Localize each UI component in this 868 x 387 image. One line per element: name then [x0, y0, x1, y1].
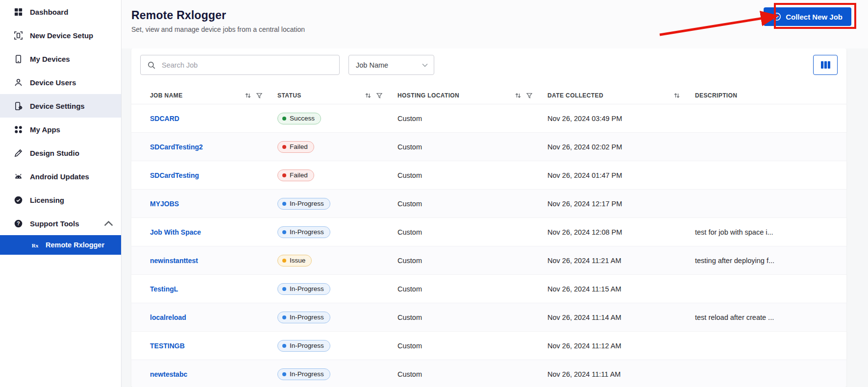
table-row[interactable]: TESTINGB In-Progress Custom Nov 26, 2024…: [131, 332, 846, 360]
circled-plus-icon: [772, 12, 781, 21]
hosting-location-cell: Custom: [397, 314, 547, 321]
sidebar-subitem-label: Remote Rxlogger: [46, 241, 104, 249]
table-row[interactable]: SDCARD Success Custom Nov 26, 2024 03:49…: [131, 104, 846, 133]
job-name-link[interactable]: newinstanttest: [150, 257, 198, 265]
status-label: Issue: [290, 257, 305, 264]
sidebar-item-label: Design Studio: [30, 149, 79, 157]
column-header-date-collected[interactable]: DATE COLLECTED: [547, 92, 695, 99]
status-label: In-Progress: [290, 228, 324, 236]
status-label: In-Progress: [290, 342, 324, 349]
sidebar-item-device-settings[interactable]: Device Settings: [0, 94, 121, 118]
search-icon: [147, 61, 156, 70]
status-label: Failed: [290, 171, 308, 179]
column-header-hosting-location[interactable]: HOSTING LOCATION: [397, 92, 547, 99]
job-name-link[interactable]: Job With Space: [150, 228, 201, 236]
user-icon: [14, 78, 23, 87]
description-cell: testing after deploying f...: [695, 257, 828, 265]
job-name-link[interactable]: MYJOBS: [150, 200, 179, 208]
android-icon: [14, 172, 23, 181]
hosting-location-cell: Custom: [397, 257, 547, 265]
pen-icon: [14, 148, 23, 158]
sidebar-item-device-users[interactable]: Device Users: [0, 71, 121, 94]
description-cell: test reload after create ...: [695, 314, 828, 321]
status-label: In-Progress: [290, 200, 324, 207]
sidebar: Dashboard New Device Setup My Devices De…: [0, 0, 122, 387]
sidebar-item-licensing[interactable]: Licensing: [0, 188, 121, 212]
sidebar-item-label: Support Tools: [30, 219, 79, 228]
search-input[interactable]: [162, 61, 334, 69]
sidebar-item-my-apps[interactable]: My Apps: [0, 118, 121, 141]
sort-icon[interactable]: [515, 92, 521, 99]
column-header-job-name[interactable]: JOB NAME: [150, 92, 277, 99]
sort-icon[interactable]: [365, 92, 372, 99]
description-cell: test for job with space i...: [695, 228, 828, 236]
sidebar-item-design-studio[interactable]: Design Studio: [0, 141, 121, 165]
sort-icon[interactable]: [245, 92, 251, 99]
jobs-card: Job Name JOB NAME STATUS: [131, 48, 846, 387]
date-collected-cell: Nov 26, 2024 11:15 AM: [547, 285, 695, 293]
status-badge: Failed: [277, 141, 314, 153]
job-name-link[interactable]: TestingL: [150, 285, 178, 293]
date-collected-cell: Nov 26, 2024 11:21 AM: [547, 257, 695, 265]
smartphone-icon: [14, 54, 23, 64]
table-row[interactable]: SDCardTesting Failed Custom Nov 26, 2024…: [131, 161, 846, 190]
column-settings-button[interactable]: [813, 55, 838, 75]
date-collected-cell: Nov 26, 2024 11:12 AM: [547, 342, 695, 350]
status-dot-icon: [282, 287, 286, 291]
chevron-up-icon[interactable]: [104, 219, 113, 228]
job-name-link[interactable]: SDCARD: [150, 115, 179, 122]
status-dot-icon: [282, 259, 286, 263]
filter-icon[interactable]: [376, 92, 383, 99]
page-header: Remote Rxlogger Set, view and manage dev…: [122, 0, 868, 48]
date-collected-cell: Nov 26, 2024 02:02 PM: [547, 143, 695, 151]
table-row[interactable]: TestingL In-Progress Custom Nov 26, 2024…: [131, 275, 846, 303]
table-row[interactable]: localreload In-Progress Custom Nov 26, 2…: [131, 303, 846, 332]
status-label: In-Progress: [290, 314, 324, 321]
column-header-status[interactable]: STATUS: [277, 92, 397, 99]
status-dot-icon: [282, 372, 286, 376]
job-name-link[interactable]: newtestabc: [150, 370, 187, 378]
hosting-location-cell: Custom: [397, 115, 547, 122]
status-dot-icon: [282, 117, 286, 121]
sidebar-item-remote-rxlogger[interactable]: Rx Remote Rxlogger: [0, 235, 121, 255]
sidebar-item-new-device-setup[interactable]: New Device Setup: [0, 24, 121, 47]
svg-text:Rx: Rx: [32, 242, 39, 248]
question-circle-icon: ?: [14, 219, 23, 228]
status-label: Success: [290, 115, 315, 122]
job-name-link[interactable]: SDCardTesting2: [150, 143, 203, 151]
page-title: Remote Rxlogger: [131, 9, 868, 22]
hosting-location-cell: Custom: [397, 285, 547, 293]
table-row[interactable]: SDCardTesting2 Failed Custom Nov 26, 202…: [131, 133, 846, 161]
collect-new-job-button[interactable]: Collect New Job: [764, 7, 851, 26]
job-name-filter-dropdown[interactable]: Job Name: [348, 55, 434, 75]
table-body: SDCARD Success Custom Nov 26, 2024 03:49…: [131, 104, 846, 387]
status-badge: Issue: [277, 255, 312, 266]
sidebar-item-android-updates[interactable]: Android Updates: [0, 165, 121, 188]
job-name-link[interactable]: localreload: [150, 314, 186, 321]
filter-icon[interactable]: [256, 92, 263, 99]
table-row[interactable]: MYJOBS In-Progress Custom Nov 26, 2024 1…: [131, 190, 846, 218]
sidebar-item-label: My Devices: [30, 55, 70, 63]
sidebar-item-support-tools[interactable]: ? Support Tools: [0, 212, 121, 235]
columns-icon: [820, 61, 831, 69]
license-badge-icon: [14, 195, 23, 205]
status-label: In-Progress: [290, 285, 324, 292]
svg-text:?: ?: [17, 221, 20, 226]
hosting-location-cell: Custom: [397, 171, 547, 179]
status-dot-icon: [282, 173, 286, 177]
sidebar-item-dashboard[interactable]: Dashboard: [0, 0, 121, 24]
table-row[interactable]: newinstanttest Issue Custom Nov 26, 2024…: [131, 246, 846, 275]
status-dot-icon: [282, 315, 286, 319]
table-row[interactable]: newtestabc In-Progress Custom Nov 26, 20…: [131, 360, 846, 387]
status-badge: Failed: [277, 169, 314, 181]
sort-icon[interactable]: [673, 92, 680, 99]
date-collected-cell: Nov 26, 2024 11:11 AM: [547, 370, 695, 378]
sidebar-item-label: Licensing: [30, 196, 64, 204]
sidebar-item-my-devices[interactable]: My Devices: [0, 47, 121, 71]
job-name-link[interactable]: SDCardTesting: [150, 171, 199, 179]
sidebar-item-label: Device Users: [30, 78, 76, 87]
hosting-location-cell: Custom: [397, 143, 547, 151]
job-name-link[interactable]: TESTINGB: [150, 342, 185, 350]
filter-icon[interactable]: [526, 92, 533, 99]
table-row[interactable]: Job With Space In-Progress Custom Nov 26…: [131, 218, 846, 246]
